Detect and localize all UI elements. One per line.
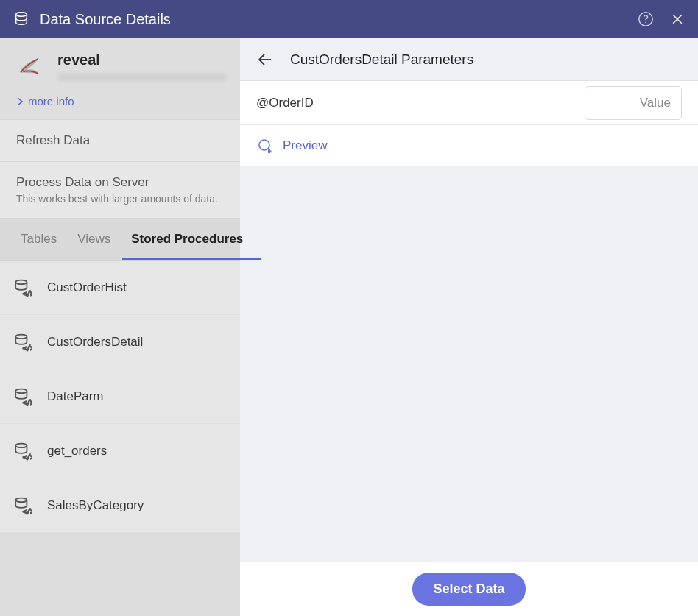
svg-rect-14 <box>268 149 270 153</box>
more-info-label: more info <box>28 95 74 107</box>
tab-tables[interactable]: Tables <box>18 219 60 260</box>
more-info-link[interactable]: more info <box>0 89 240 119</box>
refresh-data-label: Refresh Data <box>16 133 90 147</box>
database-icon <box>13 11 29 27</box>
stored-proc-icon: </> <box>13 333 32 352</box>
tab-views[interactable]: Views <box>74 219 113 260</box>
preview-icon <box>256 137 274 155</box>
titlebar: Data Source Details <box>0 0 698 38</box>
svg-point-9 <box>15 443 27 447</box>
parameter-row: @OrderID <box>240 81 698 125</box>
close-icon[interactable] <box>670 12 685 26</box>
svg-text:</>: </> <box>23 453 32 460</box>
object-type-tabs: Tables Views Stored Procedures <box>0 218 240 261</box>
datasource-connection-blur <box>57 73 227 82</box>
list-item-label: DateParm <box>47 389 104 404</box>
preview-row[interactable]: Preview <box>240 125 698 166</box>
list-item[interactable]: </> get_orders <box>0 424 240 478</box>
list-item-label: CustOrderHist <box>47 280 127 295</box>
process-on-server-row[interactable]: Process Data on Server This works best w… <box>0 161 240 218</box>
datasource-name: reveal <box>57 52 227 68</box>
stored-proc-list: </> CustOrderHist </> CustOrdersDetail <box>0 261 240 533</box>
stored-proc-icon: </> <box>13 387 32 406</box>
svg-text:</>: </> <box>23 289 32 297</box>
list-item-label: CustOrdersDetail <box>47 335 143 350</box>
list-item[interactable]: </> DateParm <box>0 369 240 424</box>
left-panel: reveal more info Refresh Data Process Da… <box>0 38 240 616</box>
svg-text:</>: </> <box>23 398 32 406</box>
chevron-right-icon <box>16 97 24 106</box>
list-item-label: get_orders <box>47 444 107 459</box>
svg-point-0 <box>16 13 27 17</box>
svg-point-2 <box>645 22 646 23</box>
parameter-value-input[interactable] <box>585 86 682 120</box>
parameters-panel: CustOrdersDetail Parameters @OrderID Pre… <box>240 38 698 616</box>
list-item-label: SalesByCategory <box>47 498 144 513</box>
parameter-name: @OrderID <box>256 96 314 110</box>
refresh-data-row[interactable]: Refresh Data <box>0 119 240 161</box>
process-on-server-label: Process Data on Server <box>16 175 224 190</box>
svg-point-13 <box>259 140 269 150</box>
page-title: Data Source Details <box>40 11 171 28</box>
svg-point-5 <box>15 334 27 339</box>
sqlserver-icon <box>15 52 44 81</box>
help-icon[interactable] <box>638 11 654 27</box>
list-item[interactable]: </> CustOrderHist <box>0 261 240 315</box>
panel-title: CustOrdersDetail Parameters <box>290 52 473 68</box>
stored-proc-icon: </> <box>13 278 32 297</box>
svg-point-11 <box>15 498 27 502</box>
svg-point-7 <box>15 389 27 393</box>
svg-text:</>: </> <box>23 507 32 514</box>
stored-proc-icon: </> <box>13 496 32 515</box>
process-on-server-sub: This works best with larger amounts of d… <box>16 193 224 205</box>
back-icon[interactable] <box>256 51 274 68</box>
tab-stored-procedures[interactable]: Stored Procedures <box>128 219 246 260</box>
stored-proc-icon: </> <box>13 442 32 461</box>
preview-label: Preview <box>283 138 327 153</box>
svg-text:</>: </> <box>23 344 32 351</box>
svg-point-3 <box>15 280 27 284</box>
list-item[interactable]: </> SalesByCategory <box>0 478 240 533</box>
list-item[interactable]: </> CustOrdersDetail <box>0 315 240 369</box>
select-data-button[interactable]: Select Data <box>412 573 525 606</box>
